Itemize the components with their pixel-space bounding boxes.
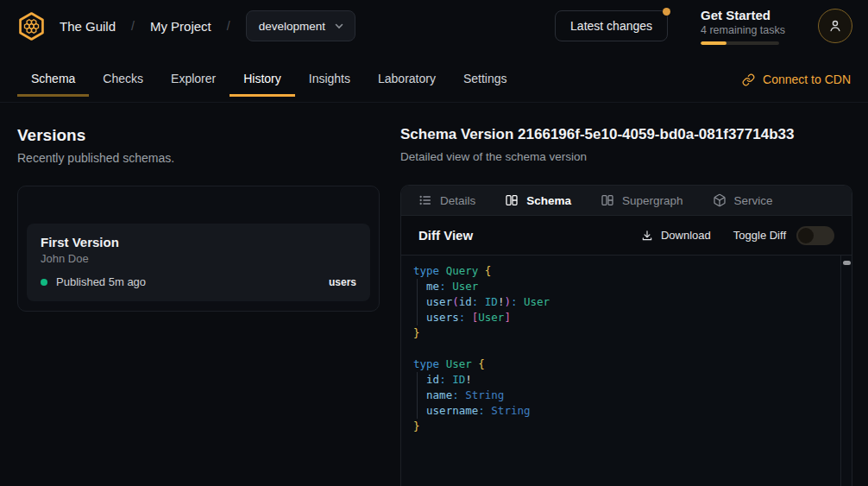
tab-details[interactable]: Details — [418, 193, 475, 207]
versions-title: Versions — [17, 126, 380, 145]
main-content: Versions Recently published schemas. Fir… — [0, 103, 868, 486]
diff-view-title: Diff View — [418, 228, 473, 243]
version-meta-row: Published 5m ago users — [41, 275, 356, 288]
tab-supergraph[interactable]: Supergraph — [601, 193, 683, 207]
chevron-down-icon — [334, 21, 344, 31]
versions-panel: Versions Recently published schemas. Fir… — [17, 126, 380, 486]
versions-subtitle: Recently published schemas. — [17, 151, 380, 165]
schema-code: type Query { me: User user(id: ID!): Use… — [413, 263, 829, 434]
nav-tab-history[interactable]: History — [230, 63, 295, 97]
link-icon — [742, 73, 755, 86]
version-detail-subtitle: Detailed view of the schema version — [400, 150, 852, 163]
nav-tabs: Schema Checks Explorer History Insights … — [17, 63, 521, 102]
get-started-widget[interactable]: Get Started 4 remaining tasks — [701, 8, 785, 45]
tab-supergraph-label: Supergraph — [622, 194, 683, 207]
cube-icon — [713, 193, 726, 207]
latest-changes-button[interactable]: Latest changes — [555, 10, 668, 41]
breadcrumb-separator: / — [227, 19, 230, 33]
service-badge: users — [329, 276, 356, 288]
get-started-title: Get Started — [701, 8, 785, 22]
connect-cdn-label: Connect to CDN — [763, 73, 851, 86]
tab-details-label: Details — [440, 194, 475, 207]
target-selector[interactable]: development — [246, 10, 355, 41]
published-status-dot — [41, 279, 47, 286]
version-author: John Doe — [41, 252, 356, 265]
main-nav: Schema Checks Explorer History Insights … — [0, 52, 868, 103]
diff-view-header: Diff View Download Toggle Diff — [401, 216, 852, 256]
topbar-right: Latest changes Get Started 4 remaining t… — [555, 8, 852, 45]
user-avatar[interactable] — [818, 9, 852, 43]
schema-code-area: type Query { me: User user(id: ID!): Use… — [401, 256, 852, 486]
notification-dot — [663, 8, 670, 16]
breadcrumb-org[interactable]: The Guild — [60, 19, 116, 34]
versions-list-card: First Version John Doe Published 5m ago … — [17, 186, 380, 312]
vertical-scrollbar — [840, 256, 852, 486]
columns-icon — [601, 193, 614, 207]
app-root: The Guild / My Project / development Lat… — [0, 0, 868, 486]
download-icon — [641, 230, 653, 242]
nav-tab-checks[interactable]: Checks — [89, 63, 157, 97]
version-list-item[interactable]: First Version John Doe Published 5m ago … — [27, 224, 370, 301]
get-started-progressbar — [701, 41, 779, 45]
nav-tab-schema[interactable]: Schema — [17, 63, 89, 97]
person-icon — [827, 18, 843, 34]
version-detail-panel: Schema Version 2166196f-5e10-4059-bd0a-0… — [400, 126, 852, 486]
breadcrumb-project[interactable]: My Project — [150, 19, 211, 34]
version-detail-title: Schema Version 2166196f-5e10-4059-bd0a-0… — [400, 126, 852, 143]
tab-schema-label: Schema — [526, 194, 571, 207]
latest-changes-label: Latest changes — [570, 19, 652, 33]
toggle-diff-switch[interactable] — [796, 226, 834, 245]
toggle-diff-control: Toggle Diff — [733, 226, 834, 245]
target-selector-value: development — [259, 20, 325, 33]
nav-tab-settings[interactable]: Settings — [450, 63, 521, 97]
topbar-left: The Guild / My Project / development — [16, 10, 355, 42]
version-title: First Version — [41, 235, 356, 249]
indent-guide — [417, 372, 418, 419]
connect-cdn-link[interactable]: Connect to CDN — [742, 73, 851, 86]
top-bar: The Guild / My Project / development Lat… — [0, 0, 868, 52]
diff-view-actions: Download Toggle Diff — [641, 226, 834, 245]
toggle-knob — [798, 228, 814, 243]
breadcrumb-separator: / — [131, 19, 135, 33]
detail-tabs: Details Schema — [401, 186, 852, 216]
list-icon — [418, 193, 432, 207]
tab-service[interactable]: Service — [713, 193, 773, 207]
nav-tab-laboratory[interactable]: Laboratory — [364, 63, 450, 97]
nav-tab-insights[interactable]: Insights — [295, 63, 364, 97]
progress-fill — [701, 41, 726, 45]
nav-tab-explorer[interactable]: Explorer — [157, 63, 230, 97]
published-status-label: Published 5m ago — [56, 275, 146, 288]
tab-service-label: Service — [734, 194, 773, 207]
toggle-diff-label: Toggle Diff — [733, 229, 786, 242]
download-label: Download — [661, 229, 711, 242]
version-detail-card: Details Schema — [400, 185, 852, 486]
breadcrumb: The Guild / My Project / development — [60, 10, 355, 41]
get-started-subtitle: 4 remaining tasks — [701, 24, 785, 36]
indent-guide — [417, 279, 418, 325]
tab-schema[interactable]: Schema — [505, 193, 571, 207]
scrollbar-thumb[interactable] — [843, 261, 851, 265]
download-button[interactable]: Download — [641, 229, 711, 242]
hive-logo-icon[interactable] — [16, 10, 47, 42]
columns-icon — [505, 193, 519, 207]
